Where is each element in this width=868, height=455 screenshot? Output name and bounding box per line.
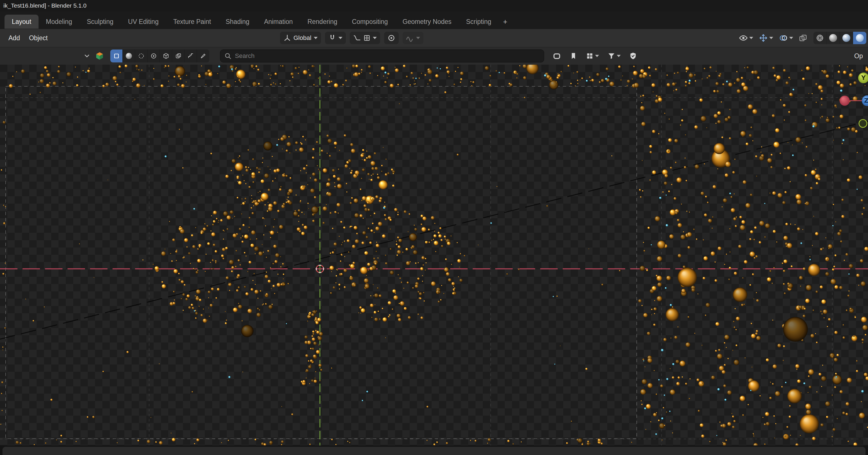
workspace-tab-rendering[interactable]: Rendering — [300, 14, 345, 29]
workspace-tab-scripting[interactable]: Scripting — [459, 14, 499, 29]
options-dropdown[interactable]: Op — [854, 52, 863, 60]
toggle-cube[interactable] — [160, 50, 172, 62]
bookmark-button[interactable] — [568, 50, 579, 62]
dotted-circle-icon — [138, 53, 145, 59]
circle-dot-icon — [388, 34, 395, 42]
proportional-falloff-dropdown[interactable] — [350, 32, 380, 44]
cube-icon — [163, 53, 169, 59]
filter-funnel-icon — [608, 52, 615, 60]
caret-down-icon — [416, 37, 420, 39]
backdrop-button[interactable] — [551, 50, 563, 62]
toggle-select-box[interactable] — [110, 50, 123, 62]
grid-layout-icon — [586, 52, 594, 60]
caret-down-icon — [595, 55, 599, 57]
xray-toggle[interactable] — [797, 32, 809, 44]
add-menu[interactable]: Add — [4, 32, 25, 44]
snap-dropdown[interactable] — [325, 32, 346, 44]
object-visibility-dropdown[interactable] — [737, 32, 755, 44]
caret-down-icon — [789, 37, 793, 39]
options-label: Op — [854, 52, 863, 60]
viewport-menus: Add Object — [4, 32, 52, 44]
viewport-area — [0, 65, 868, 446]
workspace-tab-layout[interactable]: Layout — [4, 14, 38, 29]
chevron-down-icon — [83, 52, 91, 60]
shading-wireframe-button[interactable] — [813, 32, 827, 44]
orientation-label: Global — [293, 34, 311, 42]
editor-mode-icon-wrap[interactable] — [95, 52, 104, 61]
object-menu[interactable]: Object — [25, 32, 52, 44]
search-field[interactable] — [220, 50, 544, 62]
filter-dropdown[interactable] — [606, 50, 622, 62]
mesh-data-icon — [95, 52, 104, 61]
overlays-icon — [779, 33, 788, 42]
shading-rendered-button[interactable] — [853, 32, 866, 44]
show-gizmo-dropdown[interactable] — [757, 32, 775, 44]
eye-icon — [739, 33, 748, 42]
toggle-shaded-sphere[interactable] — [123, 50, 135, 62]
orientation-axes-icon — [283, 34, 291, 42]
caret-down-icon — [749, 37, 753, 39]
display-mode-dropdown[interactable] — [584, 50, 601, 62]
transform-tools-group: Global — [280, 32, 424, 44]
workspace-tab-uv-editing[interactable]: UV Editing — [121, 14, 166, 29]
transform-orientation-dropdown[interactable]: Global — [280, 32, 321, 44]
workspace-tab-geometry-nodes[interactable]: Geometry Nodes — [395, 14, 459, 29]
ring-dot-icon — [150, 53, 157, 59]
workspace-tab-texture-paint[interactable]: Texture Paint — [166, 14, 218, 29]
panel-collapse[interactable] — [83, 52, 91, 60]
workspace-tabbar: Layout Modeling Sculpting UV Editing Tex… — [0, 11, 868, 29]
bottom-editor-strip — [0, 446, 868, 455]
window-title: ik_Test16.blend] - Blender 5.1.0 — [3, 2, 86, 9]
workspace-tab-animation[interactable]: Animation — [257, 14, 300, 29]
search-input[interactable] — [235, 52, 540, 60]
add-workspace-button[interactable]: + — [499, 14, 512, 29]
magnet-icon — [328, 34, 336, 42]
wireframe-sphere-icon — [816, 34, 824, 42]
wave-curve-icon — [406, 34, 414, 42]
sphere-icon — [126, 53, 132, 59]
grid-snap-icon — [363, 34, 371, 42]
gizmo-arrows-icon — [759, 33, 768, 42]
falloff-curve-icon — [353, 34, 361, 42]
window-titlebar: ik_Test16.blend] - Blender 5.1.0 — [0, 0, 868, 11]
workspace-tab-sculpting[interactable]: Sculpting — [79, 14, 121, 29]
caret-down-icon — [769, 37, 773, 39]
shading-material-button[interactable] — [840, 32, 853, 44]
toggle-steps[interactable] — [185, 50, 197, 62]
validate-button[interactable] — [627, 50, 639, 62]
solid-sphere-icon — [829, 34, 837, 42]
caret-down-icon — [339, 37, 342, 39]
xray-icon — [799, 34, 807, 42]
shield-check-icon — [629, 52, 637, 60]
duplicate-icon — [175, 53, 182, 59]
bottom-editor-header[interactable] — [2, 447, 866, 455]
overlays-dropdown[interactable] — [777, 32, 795, 44]
toggle-duplicate[interactable] — [172, 50, 185, 62]
tool-header: Op — [0, 47, 868, 65]
caret-down-icon — [617, 55, 621, 57]
material-sphere-icon — [842, 34, 850, 42]
viewport-canvas[interactable] — [0, 65, 868, 446]
workspace-tab-modeling[interactable]: Modeling — [38, 14, 79, 29]
steps-icon — [187, 53, 194, 59]
viewport-header: Add Object Global — [0, 29, 868, 47]
caret-down-icon — [314, 37, 318, 39]
toggle-ring-dot[interactable] — [148, 50, 160, 62]
filter-icon-cluster — [551, 50, 639, 62]
search-icon — [224, 52, 231, 60]
toggle-brush[interactable] — [197, 50, 209, 62]
proportional-falloff-curve-dropdown[interactable] — [403, 32, 424, 44]
shading-mode-group — [813, 32, 866, 44]
workspace-tab-compositing[interactable]: Compositing — [345, 14, 395, 29]
shading-solid-button[interactable] — [827, 32, 840, 44]
viewport-display-group — [737, 32, 866, 44]
bookmark-icon — [569, 52, 577, 60]
rendered-sphere-icon — [856, 34, 864, 42]
caret-down-icon — [373, 37, 377, 39]
toggle-point-cloud[interactable] — [135, 50, 148, 62]
select-box-icon — [113, 53, 120, 59]
proportional-editing-toggle[interactable] — [384, 32, 399, 44]
display-toggle-group — [110, 50, 209, 62]
workspace-tab-shading[interactable]: Shading — [218, 14, 257, 29]
brush-icon — [200, 53, 207, 59]
